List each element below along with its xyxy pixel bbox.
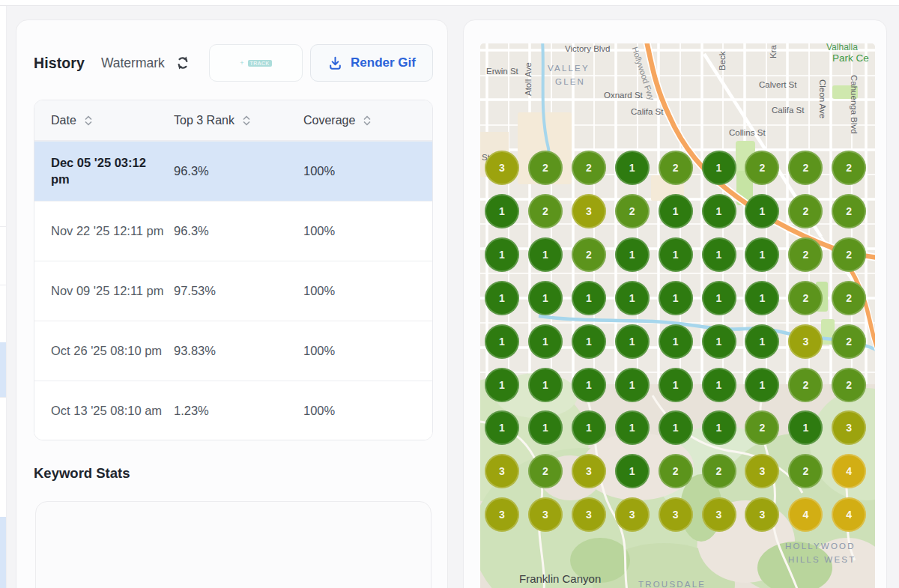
rank-marker[interactable]: 3 — [572, 194, 606, 228]
rank-marker[interactable]: 2 — [615, 194, 650, 228]
watermark-label: Watermark — [101, 55, 165, 71]
rank-marker[interactable]: 1 — [745, 368, 779, 402]
rank-marker[interactable]: 1 — [745, 194, 779, 228]
column-header-coverage[interactable]: Coverage — [303, 114, 432, 127]
rank-marker[interactable]: 1 — [615, 237, 650, 272]
rank-marker[interactable]: 2 — [832, 324, 866, 359]
sort-icon[interactable] — [363, 115, 372, 127]
rank-marker[interactable]: 1 — [659, 237, 693, 272]
geo-grid-map[interactable]: Victory BlvdHollywood FwyErwin StAtoll A… — [480, 43, 875, 588]
rank-marker[interactable]: 1 — [702, 281, 736, 315]
rank-marker[interactable]: 3 — [615, 497, 650, 532]
rank-marker[interactable]: 1 — [485, 281, 519, 315]
panel-title: History — [34, 55, 85, 72]
rank-marker[interactable]: 2 — [788, 281, 823, 315]
rank-marker[interactable]: 1 — [528, 368, 563, 402]
rank-marker[interactable]: 2 — [788, 194, 823, 228]
rank-marker[interactable]: 1 — [702, 194, 736, 228]
rank-marker[interactable]: 1 — [528, 281, 563, 315]
rank-marker[interactable]: 3 — [572, 454, 606, 488]
refresh-icon[interactable] — [175, 55, 191, 71]
row-coverage: 100% — [303, 224, 432, 238]
render-gif-button[interactable]: Render Gif — [310, 44, 433, 82]
column-label: Date — [51, 114, 76, 127]
rank-marker[interactable]: 3 — [572, 497, 606, 532]
rank-marker[interactable]: 2 — [832, 151, 866, 185]
row-top3-rank: 96.3% — [174, 164, 303, 178]
rank-marker[interactable]: 2 — [659, 454, 693, 488]
rank-marker[interactable]: 1 — [702, 410, 736, 445]
rank-marker[interactable]: 2 — [788, 368, 823, 402]
rank-marker[interactable]: 1 — [572, 410, 606, 445]
rank-marker[interactable]: 1 — [659, 281, 693, 315]
rank-marker[interactable]: 2 — [528, 194, 563, 228]
rank-marker[interactable]: 1 — [615, 324, 650, 359]
rank-marker[interactable]: 1 — [528, 410, 563, 445]
watermark-mark-icon: + — [240, 59, 243, 67]
rank-marker[interactable]: 3 — [528, 497, 563, 532]
column-header-top3[interactable]: Top 3 Rank — [174, 114, 303, 127]
rank-marker[interactable]: 2 — [832, 281, 866, 315]
rank-marker[interactable]: 2 — [832, 237, 866, 272]
history-table-header: Date Top 3 Rank Coverage — [34, 100, 432, 141]
rank-marker[interactable]: 1 — [702, 151, 736, 185]
rank-marker[interactable]: 1 — [702, 324, 736, 359]
rank-marker[interactable]: 1 — [659, 324, 693, 359]
rank-marker[interactable]: 1 — [659, 194, 693, 228]
rank-marker[interactable]: 1 — [745, 324, 779, 359]
rank-marker[interactable]: 1 — [528, 324, 563, 359]
rank-marker[interactable]: 1 — [659, 410, 693, 445]
rank-marker[interactable]: 1 — [615, 410, 650, 445]
rank-marker[interactable]: 1 — [702, 237, 736, 272]
keyword-stats-card: Keyword High Bid KD Search Volume — [35, 501, 432, 588]
gif-preview-thumbnail[interactable]: + TRACK — [209, 44, 303, 82]
rank-marker[interactable]: 1 — [745, 281, 779, 315]
history-row[interactable]: Dec 05 '25 03:12 pm 96.3% 100% — [34, 141, 432, 201]
history-row[interactable]: Nov 22 '25 12:11 pm 96.3% 100% — [34, 201, 432, 261]
rank-marker[interactable]: 2 — [702, 454, 736, 488]
rank-marker[interactable]: 3 — [659, 497, 693, 532]
history-row[interactable]: Oct 13 '25 08:10 am 1.23% 100% — [34, 381, 432, 440]
rank-marker[interactable]: 1 — [615, 454, 650, 488]
rank-marker[interactable]: 1 — [659, 368, 693, 402]
rank-marker[interactable]: 1 — [485, 324, 519, 359]
column-header-date[interactable]: Date — [51, 114, 174, 127]
rank-marker[interactable]: 1 — [615, 151, 650, 185]
rank-marker[interactable]: 2 — [572, 237, 606, 272]
rank-marker[interactable]: 1 — [702, 368, 736, 402]
rank-marker[interactable]: 2 — [832, 194, 866, 228]
rank-marker[interactable]: 3 — [485, 151, 519, 185]
rank-marker[interactable]: 1 — [572, 281, 606, 315]
history-row[interactable]: Oct 26 '25 08:10 pm 93.83% 100% — [34, 321, 432, 381]
rank-marker[interactable]: 1 — [485, 368, 519, 402]
watermark-preview-text: TRACK — [248, 60, 272, 67]
rank-marker[interactable]: 2 — [788, 151, 823, 185]
rank-marker[interactable]: 1 — [485, 237, 519, 272]
column-label: Top 3 Rank — [174, 114, 234, 127]
rank-marker[interactable]: 3 — [485, 497, 519, 532]
row-top3-rank: 96.3% — [174, 224, 303, 238]
top-bar — [0, 0, 899, 6]
rank-marker[interactable]: 1 — [485, 194, 519, 228]
sort-icon[interactable] — [242, 115, 251, 127]
rank-marker[interactable]: 2 — [788, 237, 823, 272]
map-panel: Victory BlvdHollywood FwyErwin StAtoll A… — [463, 19, 887, 588]
rank-marker[interactable]: 2 — [572, 151, 606, 185]
sort-icon[interactable] — [84, 115, 93, 127]
rank-marker[interactable]: 1 — [528, 237, 563, 272]
row-date: Nov 22 '25 12:11 pm — [51, 223, 168, 240]
rank-marker[interactable]: 1 — [615, 368, 650, 402]
rank-marker[interactable]: 3 — [485, 454, 519, 488]
rank-marker[interactable]: 2 — [832, 368, 866, 402]
rank-marker[interactable]: 3 — [702, 497, 736, 532]
rank-marker[interactable]: 2 — [528, 151, 563, 185]
rank-marker[interactable]: 1 — [745, 237, 779, 272]
rank-marker[interactable]: 1 — [572, 368, 606, 402]
rank-marker[interactable]: 3 — [788, 324, 823, 359]
rank-marker[interactable]: 1 — [572, 324, 606, 359]
history-row[interactable]: Nov 09 '25 12:11 pm 97.53% 100% — [34, 261, 432, 321]
rank-marker[interactable]: 2 — [659, 151, 693, 185]
rank-marker[interactable]: 1 — [615, 281, 650, 315]
column-label: Coverage — [303, 114, 355, 127]
rank-marker[interactable]: 2 — [528, 454, 563, 488]
